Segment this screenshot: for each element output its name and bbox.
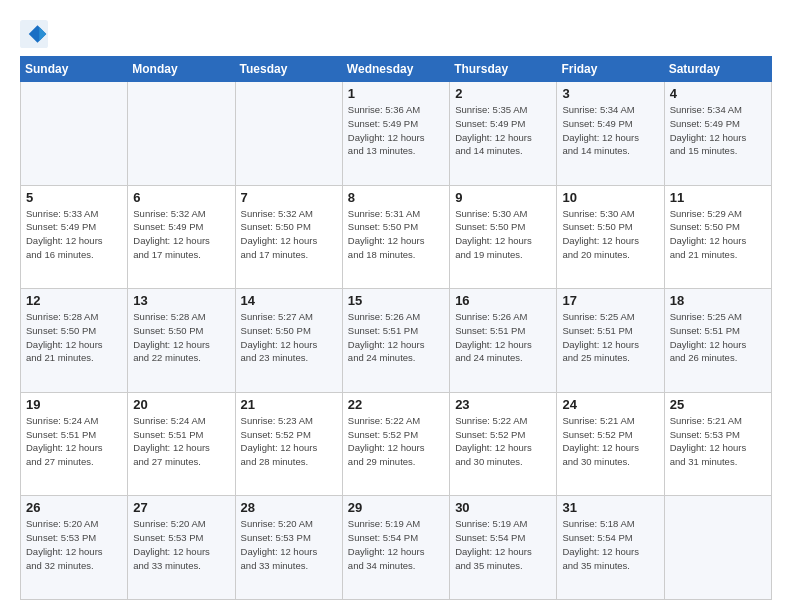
day-number: 27 xyxy=(133,500,229,515)
day-number: 5 xyxy=(26,190,122,205)
col-header-saturday: Saturday xyxy=(664,57,771,82)
calendar-cell: 11Sunrise: 5:29 AMSunset: 5:50 PMDayligh… xyxy=(664,185,771,289)
calendar-cell: 7Sunrise: 5:32 AMSunset: 5:50 PMDaylight… xyxy=(235,185,342,289)
calendar-cell: 8Sunrise: 5:31 AMSunset: 5:50 PMDaylight… xyxy=(342,185,449,289)
col-header-friday: Friday xyxy=(557,57,664,82)
calendar-cell xyxy=(235,82,342,186)
calendar-cell: 23Sunrise: 5:22 AMSunset: 5:52 PMDayligh… xyxy=(450,392,557,496)
day-number: 16 xyxy=(455,293,551,308)
calendar-cell: 6Sunrise: 5:32 AMSunset: 5:49 PMDaylight… xyxy=(128,185,235,289)
day-info: Sunrise: 5:26 AMSunset: 5:51 PMDaylight:… xyxy=(455,310,551,365)
calendar-cell xyxy=(21,82,128,186)
calendar-cell: 13Sunrise: 5:28 AMSunset: 5:50 PMDayligh… xyxy=(128,289,235,393)
calendar-cell: 17Sunrise: 5:25 AMSunset: 5:51 PMDayligh… xyxy=(557,289,664,393)
page: SundayMondayTuesdayWednesdayThursdayFrid… xyxy=(0,0,792,612)
day-info: Sunrise: 5:34 AMSunset: 5:49 PMDaylight:… xyxy=(562,103,658,158)
calendar-cell: 25Sunrise: 5:21 AMSunset: 5:53 PMDayligh… xyxy=(664,392,771,496)
day-info: Sunrise: 5:24 AMSunset: 5:51 PMDaylight:… xyxy=(133,414,229,469)
logo-icon xyxy=(20,20,48,48)
calendar-cell: 29Sunrise: 5:19 AMSunset: 5:54 PMDayligh… xyxy=(342,496,449,600)
header xyxy=(20,16,772,48)
day-number: 15 xyxy=(348,293,444,308)
day-number: 3 xyxy=(562,86,658,101)
day-number: 13 xyxy=(133,293,229,308)
calendar-cell: 12Sunrise: 5:28 AMSunset: 5:50 PMDayligh… xyxy=(21,289,128,393)
day-number: 22 xyxy=(348,397,444,412)
calendar-cell: 3Sunrise: 5:34 AMSunset: 5:49 PMDaylight… xyxy=(557,82,664,186)
day-number: 29 xyxy=(348,500,444,515)
day-info: Sunrise: 5:20 AMSunset: 5:53 PMDaylight:… xyxy=(133,517,229,572)
calendar-cell: 30Sunrise: 5:19 AMSunset: 5:54 PMDayligh… xyxy=(450,496,557,600)
day-number: 18 xyxy=(670,293,766,308)
calendar-cell: 14Sunrise: 5:27 AMSunset: 5:50 PMDayligh… xyxy=(235,289,342,393)
calendar-cell: 1Sunrise: 5:36 AMSunset: 5:49 PMDaylight… xyxy=(342,82,449,186)
day-number: 28 xyxy=(241,500,337,515)
calendar-header-row: SundayMondayTuesdayWednesdayThursdayFrid… xyxy=(21,57,772,82)
calendar-week-row: 1Sunrise: 5:36 AMSunset: 5:49 PMDaylight… xyxy=(21,82,772,186)
calendar-cell: 20Sunrise: 5:24 AMSunset: 5:51 PMDayligh… xyxy=(128,392,235,496)
col-header-monday: Monday xyxy=(128,57,235,82)
calendar-cell: 26Sunrise: 5:20 AMSunset: 5:53 PMDayligh… xyxy=(21,496,128,600)
day-number: 24 xyxy=(562,397,658,412)
day-info: Sunrise: 5:26 AMSunset: 5:51 PMDaylight:… xyxy=(348,310,444,365)
calendar-cell: 2Sunrise: 5:35 AMSunset: 5:49 PMDaylight… xyxy=(450,82,557,186)
calendar-cell xyxy=(128,82,235,186)
day-number: 19 xyxy=(26,397,122,412)
day-number: 8 xyxy=(348,190,444,205)
day-number: 23 xyxy=(455,397,551,412)
day-number: 20 xyxy=(133,397,229,412)
col-header-wednesday: Wednesday xyxy=(342,57,449,82)
day-number: 10 xyxy=(562,190,658,205)
day-info: Sunrise: 5:24 AMSunset: 5:51 PMDaylight:… xyxy=(26,414,122,469)
day-number: 2 xyxy=(455,86,551,101)
day-info: Sunrise: 5:25 AMSunset: 5:51 PMDaylight:… xyxy=(562,310,658,365)
calendar-cell: 5Sunrise: 5:33 AMSunset: 5:49 PMDaylight… xyxy=(21,185,128,289)
day-number: 4 xyxy=(670,86,766,101)
calendar-cell: 15Sunrise: 5:26 AMSunset: 5:51 PMDayligh… xyxy=(342,289,449,393)
day-info: Sunrise: 5:29 AMSunset: 5:50 PMDaylight:… xyxy=(670,207,766,262)
day-number: 1 xyxy=(348,86,444,101)
day-number: 21 xyxy=(241,397,337,412)
day-number: 14 xyxy=(241,293,337,308)
day-info: Sunrise: 5:27 AMSunset: 5:50 PMDaylight:… xyxy=(241,310,337,365)
day-number: 30 xyxy=(455,500,551,515)
day-info: Sunrise: 5:28 AMSunset: 5:50 PMDaylight:… xyxy=(133,310,229,365)
col-header-sunday: Sunday xyxy=(21,57,128,82)
calendar-cell: 10Sunrise: 5:30 AMSunset: 5:50 PMDayligh… xyxy=(557,185,664,289)
calendar-week-row: 19Sunrise: 5:24 AMSunset: 5:51 PMDayligh… xyxy=(21,392,772,496)
calendar-week-row: 12Sunrise: 5:28 AMSunset: 5:50 PMDayligh… xyxy=(21,289,772,393)
day-info: Sunrise: 5:30 AMSunset: 5:50 PMDaylight:… xyxy=(455,207,551,262)
day-info: Sunrise: 5:19 AMSunset: 5:54 PMDaylight:… xyxy=(348,517,444,572)
calendar-table: SundayMondayTuesdayWednesdayThursdayFrid… xyxy=(20,56,772,600)
day-info: Sunrise: 5:22 AMSunset: 5:52 PMDaylight:… xyxy=(455,414,551,469)
day-number: 11 xyxy=(670,190,766,205)
day-info: Sunrise: 5:20 AMSunset: 5:53 PMDaylight:… xyxy=(26,517,122,572)
day-info: Sunrise: 5:23 AMSunset: 5:52 PMDaylight:… xyxy=(241,414,337,469)
day-info: Sunrise: 5:19 AMSunset: 5:54 PMDaylight:… xyxy=(455,517,551,572)
day-info: Sunrise: 5:25 AMSunset: 5:51 PMDaylight:… xyxy=(670,310,766,365)
day-info: Sunrise: 5:35 AMSunset: 5:49 PMDaylight:… xyxy=(455,103,551,158)
day-number: 26 xyxy=(26,500,122,515)
day-number: 12 xyxy=(26,293,122,308)
day-number: 6 xyxy=(133,190,229,205)
calendar-cell: 4Sunrise: 5:34 AMSunset: 5:49 PMDaylight… xyxy=(664,82,771,186)
day-number: 25 xyxy=(670,397,766,412)
day-info: Sunrise: 5:18 AMSunset: 5:54 PMDaylight:… xyxy=(562,517,658,572)
calendar-cell: 19Sunrise: 5:24 AMSunset: 5:51 PMDayligh… xyxy=(21,392,128,496)
calendar-cell: 22Sunrise: 5:22 AMSunset: 5:52 PMDayligh… xyxy=(342,392,449,496)
day-info: Sunrise: 5:31 AMSunset: 5:50 PMDaylight:… xyxy=(348,207,444,262)
calendar-cell: 24Sunrise: 5:21 AMSunset: 5:52 PMDayligh… xyxy=(557,392,664,496)
day-info: Sunrise: 5:36 AMSunset: 5:49 PMDaylight:… xyxy=(348,103,444,158)
calendar-cell: 18Sunrise: 5:25 AMSunset: 5:51 PMDayligh… xyxy=(664,289,771,393)
day-info: Sunrise: 5:22 AMSunset: 5:52 PMDaylight:… xyxy=(348,414,444,469)
day-info: Sunrise: 5:33 AMSunset: 5:49 PMDaylight:… xyxy=(26,207,122,262)
calendar-week-row: 5Sunrise: 5:33 AMSunset: 5:49 PMDaylight… xyxy=(21,185,772,289)
col-header-tuesday: Tuesday xyxy=(235,57,342,82)
calendar-cell xyxy=(664,496,771,600)
col-header-thursday: Thursday xyxy=(450,57,557,82)
day-number: 17 xyxy=(562,293,658,308)
day-info: Sunrise: 5:34 AMSunset: 5:49 PMDaylight:… xyxy=(670,103,766,158)
calendar-week-row: 26Sunrise: 5:20 AMSunset: 5:53 PMDayligh… xyxy=(21,496,772,600)
day-info: Sunrise: 5:32 AMSunset: 5:50 PMDaylight:… xyxy=(241,207,337,262)
day-info: Sunrise: 5:20 AMSunset: 5:53 PMDaylight:… xyxy=(241,517,337,572)
